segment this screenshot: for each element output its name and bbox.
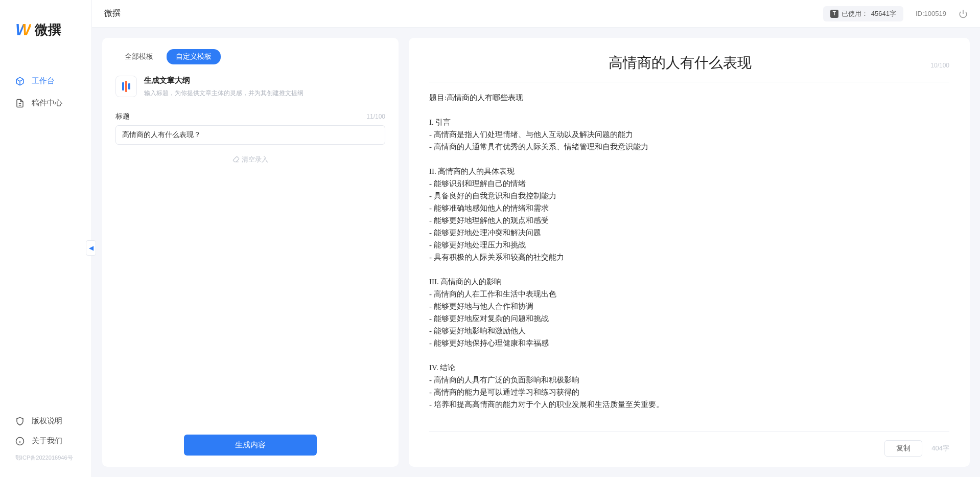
brand-logo: W 微撰 (0, 0, 91, 55)
text-t-icon: T (830, 10, 838, 18)
nav-copyright-label: 版权说明 (32, 416, 62, 426)
output-title[interactable]: 高情商的人有什么表现 (429, 53, 930, 73)
generate-button[interactable]: 生成内容 (184, 435, 317, 456)
copy-button[interactable]: 复制 (884, 440, 922, 457)
template-title: 生成文章大纲 (144, 76, 304, 85)
cube-icon (15, 77, 25, 86)
nav-drafts[interactable]: 稿件中心 (0, 92, 91, 114)
logo-w-icon: W (15, 20, 31, 39)
title-input[interactable] (115, 125, 385, 145)
output-panel: 高情商的人有什么表现 10/100 题目:高情商的人有哪些表现 I. 引言 - … (409, 38, 970, 467)
nav-about-label: 关于我们 (32, 436, 62, 446)
clear-input-button[interactable]: 清空录入 (115, 155, 385, 164)
nav-workspace[interactable]: 工作台 (0, 70, 91, 92)
template-desc: 输入标题，为你提供文章主体的灵感，并为其创建推文提纲 (144, 88, 304, 98)
template-card[interactable]: 生成文章大纲 输入标题，为你提供文章主体的灵感，并为其创建推文提纲 (115, 76, 385, 98)
input-panel: 全部模板 自定义模板 生成文章大纲 输入标题，为你提供文章主体的灵感，并为其创建… (102, 38, 399, 467)
breadcrumb: 微撰 (104, 8, 121, 19)
template-tabs: 全部模板 自定义模板 (115, 49, 385, 64)
usage-pill[interactable]: T 已使用： 45641字 (823, 6, 903, 21)
brand-name: 微撰 (35, 21, 61, 39)
shield-icon (15, 417, 25, 426)
output-body[interactable]: 题目:高情商的人有哪些表现 I. 引言 - 高情商是指人们处理情绪、与他人互动以… (429, 92, 949, 421)
power-icon[interactable] (959, 9, 968, 18)
usage-label: 已使用： (842, 9, 868, 18)
topbar: 微撰 T 已使用： 45641字 ID:100519 (92, 0, 980, 28)
nav-drafts-label: 稿件中心 (32, 98, 62, 108)
content-area: 全部模板 自定义模板 生成文章大纲 输入标题，为你提供文章主体的灵感，并为其创建… (92, 28, 980, 477)
usage-value: 45641字 (871, 9, 896, 18)
outline-template-icon (115, 76, 137, 97)
tab-all-templates[interactable]: 全部模板 (115, 49, 162, 64)
sidebar-collapse-handle[interactable]: ◀ (86, 240, 96, 256)
document-icon (15, 99, 25, 108)
nav-workspace-label: 工作台 (32, 76, 55, 86)
main-area: 微撰 T 已使用： 45641字 ID:100519 全部模板 自定义模板 (92, 0, 980, 477)
sidebar-bottom: 版权说明 关于我们 鄂ICP备2022016946号 (0, 411, 91, 477)
icp-text: 鄂ICP备2022016946号 (0, 451, 91, 467)
nav-about[interactable]: 关于我们 (0, 431, 91, 451)
info-icon (15, 437, 25, 446)
tab-custom-templates[interactable]: 自定义模板 (167, 49, 221, 64)
title-field-label: 标题 (115, 112, 130, 121)
output-word-count: 404字 (931, 444, 949, 453)
eraser-icon (232, 156, 240, 163)
user-id: ID:100519 (916, 10, 946, 17)
chevron-left-icon: ◀ (89, 244, 94, 252)
topbar-right: T 已使用： 45641字 ID:100519 (823, 6, 968, 21)
nav-copyright[interactable]: 版权说明 (0, 411, 91, 431)
sidebar: W 微撰 工作台 稿件中心 版权说明 关于我们 鄂ICP备2022016946号 (0, 0, 92, 477)
title-char-count: 11/100 (366, 113, 385, 120)
output-title-count: 10/100 (930, 62, 949, 69)
primary-nav: 工作台 稿件中心 (0, 55, 91, 411)
